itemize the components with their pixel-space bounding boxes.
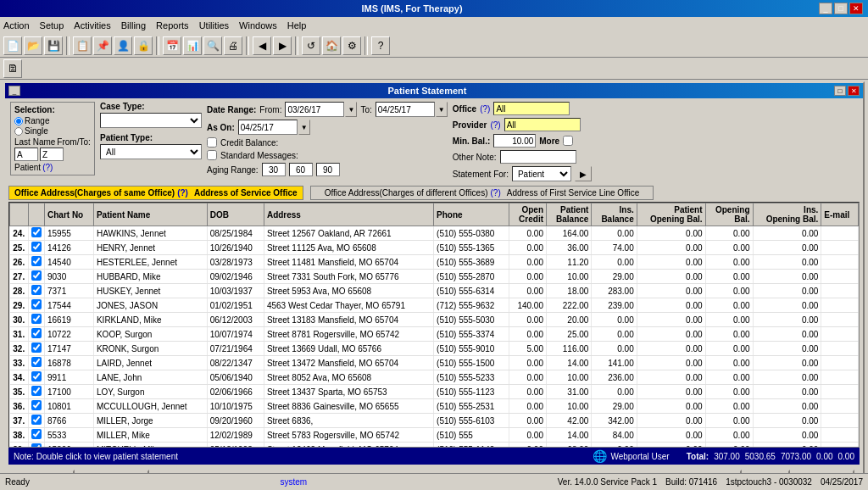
menu-billing[interactable]: Billing: [121, 20, 146, 31]
row-check[interactable]: [29, 284, 45, 298]
table-row[interactable]: 26. 14540 HESTERLEE, Jennet 03/28/1973 S…: [10, 255, 859, 270]
provider-input[interactable]: [504, 118, 581, 131]
menu-windows[interactable]: Windows: [239, 20, 277, 31]
tb-forward[interactable]: ▶: [273, 36, 292, 55]
table-row[interactable]: 29. 17544 JONES, JASON 01/02/1951 4563 W…: [10, 298, 859, 313]
statement-for-select[interactable]: Patient: [512, 166, 571, 181]
statement-for-go-btn[interactable]: ▶: [575, 166, 592, 181]
from-date-arrow[interactable]: ▼: [345, 102, 357, 117]
table-row[interactable]: 24. 15955 HAWKINS, Jennet 08/25/1984 Str…: [10, 226, 859, 241]
menu-setup[interactable]: Setup: [40, 20, 64, 31]
menu-activities[interactable]: Activities: [74, 20, 110, 31]
patient-question[interactable]: (?): [42, 163, 53, 172]
tb-copy[interactable]: 📋: [73, 36, 92, 55]
row-check[interactable]: [29, 399, 45, 414]
tb-new[interactable]: 📄: [3, 36, 22, 55]
row-check[interactable]: [29, 255, 45, 270]
tb-help[interactable]: ?: [371, 36, 390, 55]
row-check[interactable]: [29, 241, 45, 255]
table-row[interactable]: 32. 17147 KRONK, Surgon 07/21/1964 Stree…: [10, 342, 859, 356]
from-date-input[interactable]: [285, 102, 344, 117]
tb-calendar[interactable]: 📅: [163, 36, 181, 55]
app-maximize-btn[interactable]: □: [834, 3, 848, 14]
aging-30-input[interactable]: [262, 163, 286, 176]
row-name: JONES, JASON: [93, 298, 207, 313]
tb-paste[interactable]: 📌: [93, 36, 112, 55]
menu-utilities[interactable]: Utilities: [199, 20, 229, 31]
row-check[interactable]: [29, 313, 45, 327]
row-check[interactable]: [29, 414, 45, 428]
row-check[interactable]: [29, 342, 45, 356]
credit-balance-checkbox[interactable]: [207, 137, 217, 148]
table-row[interactable]: 38. 5533 MILLER, Mike 12/02/1989 Street …: [10, 428, 859, 443]
table-row[interactable]: 35. 17100 LOY, Surgon 02/06/1966 Street …: [10, 385, 859, 399]
to-date-arrow[interactable]: ▼: [436, 102, 448, 117]
date-group: Date Range: From: ▼ To: ▼ As On:: [207, 102, 448, 176]
ps-minimize-btn[interactable]: _: [8, 86, 20, 96]
aging-60-input[interactable]: [289, 163, 313, 176]
from-input[interactable]: [14, 148, 38, 161]
tb-settings[interactable]: ⚙: [342, 36, 361, 55]
addr-tab-1[interactable]: Office Address(Charges of same Office) (…: [8, 186, 303, 200]
table-row[interactable]: 30. 16619 KIRKLAND, Mike 06/12/2003 Stre…: [10, 313, 859, 327]
menu-help[interactable]: Help: [287, 20, 307, 31]
row-ins-bal: 0.00: [592, 255, 637, 270]
app-close-btn[interactable]: ✕: [849, 3, 863, 14]
tb-chart[interactable]: 📊: [183, 36, 202, 55]
ps-close-btn[interactable]: ✕: [848, 86, 860, 96]
standard-messages-checkbox[interactable]: [207, 150, 217, 160]
patient-table-container[interactable]: Chart No Patient Name DOB Address Phone …: [8, 202, 860, 448]
as-on-input[interactable]: [238, 120, 298, 135]
menu-reports[interactable]: Reports: [156, 20, 189, 31]
tb-open[interactable]: 📂: [24, 36, 42, 55]
tb-home[interactable]: 🏠: [322, 36, 341, 55]
table-row[interactable]: 25. 14126 HENRY, Jennet 10/26/1940 Stree…: [10, 241, 859, 255]
tb-refresh[interactable]: ↺: [302, 36, 320, 55]
addr-tab-2-question[interactable]: (?): [491, 188, 501, 198]
row-check[interactable]: [29, 370, 45, 385]
table-row[interactable]: 27. 9030 HUBBARD, Mike 09/02/1946 Street…: [10, 270, 859, 284]
table-row[interactable]: 28. 7371 HUSKEY, Jennet 10/03/1937 Stree…: [10, 284, 859, 298]
table-row[interactable]: 36. 10801 MCCULLOUGH, Jennet 10/10/1975 …: [10, 399, 859, 414]
menu-action[interactable]: Action: [3, 20, 30, 31]
tb-sep5: [364, 36, 368, 55]
row-check[interactable]: [29, 298, 45, 313]
office-question[interactable]: (?): [480, 104, 490, 114]
addr-tab-1-question[interactable]: (?): [177, 188, 188, 198]
ps-restore-btn[interactable]: □: [834, 86, 846, 96]
more-checkbox[interactable]: [563, 136, 573, 146]
office-input[interactable]: [493, 102, 570, 115]
tb-search[interactable]: 🔍: [203, 36, 222, 55]
tb-user[interactable]: 👤: [114, 36, 132, 55]
tb-lock[interactable]: 🔒: [134, 36, 153, 55]
aging-90-input[interactable]: [316, 163, 340, 176]
row-check[interactable]: [29, 385, 45, 399]
table-row[interactable]: 33. 16878 LAIRD, Jennet 08/22/1347 Stree…: [10, 356, 859, 370]
provider-question[interactable]: (?): [490, 120, 500, 130]
other-note-input[interactable]: [500, 150, 576, 164]
min-bal-input[interactable]: [493, 134, 536, 148]
row-check[interactable]: [29, 270, 45, 284]
table-row[interactable]: 34. 9911 LANE, John 05/06/1940 Street 80…: [10, 370, 859, 385]
to-input[interactable]: [40, 148, 64, 161]
row-check[interactable]: [29, 327, 45, 342]
app-minimize-btn[interactable]: _: [819, 3, 832, 14]
row-check[interactable]: [29, 226, 45, 241]
range-radio[interactable]: [14, 117, 23, 125]
tb-save[interactable]: 💾: [44, 36, 63, 55]
as-on-arrow[interactable]: ▼: [298, 120, 310, 135]
tb-print[interactable]: 🖨: [224, 36, 242, 55]
patient-type-select[interactable]: All: [100, 144, 202, 159]
to-date-input[interactable]: [376, 102, 435, 117]
row-check[interactable]: [29, 428, 45, 443]
row-open-credit: 0.00: [509, 428, 546, 443]
row-chart: 17544: [45, 298, 94, 313]
tb2-icon1[interactable]: 🖺: [3, 59, 22, 78]
single-radio[interactable]: [14, 127, 23, 136]
row-check[interactable]: [29, 356, 45, 370]
table-row[interactable]: 37. 8766 MILLER, Jorge 09/20/1960 Street…: [10, 414, 859, 428]
table-row[interactable]: 31. 10722 KOOP, Surgon 10/07/1974 Street…: [10, 327, 859, 342]
case-type-select[interactable]: [100, 113, 202, 128]
addr-tab-2[interactable]: Office Address(Charges of different Offi…: [310, 186, 654, 200]
tb-back[interactable]: ◀: [253, 36, 271, 55]
